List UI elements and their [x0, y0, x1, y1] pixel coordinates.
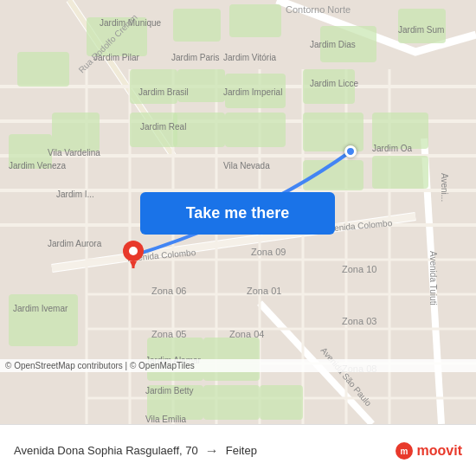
svg-rect-19: [17, 52, 69, 87]
svg-rect-35: [303, 113, 363, 151]
svg-text:Jardim Licce: Jardim Licce: [310, 79, 359, 88]
svg-rect-26: [177, 69, 225, 102]
copyright-text: © OpenStreetMap contributors | © OpenMap…: [5, 361, 195, 370]
svg-text:Jardim Sum: Jardim Sum: [398, 25, 444, 35]
svg-rect-43: [260, 385, 303, 420]
destination-text: Feitep: [226, 444, 257, 457]
svg-marker-81: [130, 261, 137, 268]
current-location-dot: [344, 145, 357, 158]
map-container: Zona 09 Zona 06 Zona 01 Zona 10 Zona 03 …: [0, 0, 476, 424]
svg-text:Zona 09: Zona 09: [251, 247, 286, 257]
svg-text:Zona 06: Zona 06: [151, 286, 186, 296]
svg-text:Jardim Paris: Jardim Paris: [171, 53, 220, 62]
svg-text:Zona 05: Zona 05: [151, 329, 186, 339]
destination-pin: [123, 241, 144, 272]
svg-rect-37: [372, 156, 428, 189]
svg-rect-22: [229, 4, 281, 37]
svg-text:Zona 04: Zona 04: [229, 329, 264, 339]
take-me-there-button[interactable]: Take me there: [140, 192, 335, 235]
svg-rect-31: [52, 113, 100, 151]
svg-text:Jardim Brasil: Jardim Brasil: [138, 87, 189, 97]
svg-rect-30: [225, 113, 286, 147]
svg-text:Jardim Dias: Jardim Dias: [310, 40, 356, 49]
svg-rect-25: [130, 69, 177, 104]
svg-text:Jardim Veneza: Jardim Veneza: [9, 161, 67, 170]
svg-text:Vila Emília: Vila Emília: [145, 415, 186, 424]
svg-rect-38: [9, 294, 78, 346]
svg-text:Zona 03: Zona 03: [342, 316, 376, 326]
svg-rect-42: [203, 385, 260, 420]
svg-text:Contorno Norte: Contorno Norte: [286, 4, 351, 15]
svg-text:Jardim Real: Jardim Real: [140, 122, 186, 132]
route-info: Avenida Dona Sophia Rasgulaeff, 70 → Fei…: [14, 443, 395, 459]
svg-text:Jardim Imperial: Jardim Imperial: [223, 87, 282, 97]
svg-text:Jardim Ivemar: Jardim Ivemar: [13, 304, 68, 313]
moovit-brand-text: moovit: [417, 443, 462, 459]
moovit-logo: m moovit: [395, 441, 462, 460]
svg-text:m: m: [400, 447, 408, 456]
origin-text: Avenida Dona Sophia Rasgulaeff, 70: [14, 444, 198, 457]
svg-text:Zona 01: Zona 01: [247, 286, 281, 296]
bottom-bar: Avenida Dona Sophia Rasgulaeff, 70 → Fei…: [0, 424, 476, 476]
svg-text:Jardim I...: Jardim I...: [56, 190, 94, 199]
svg-text:Jardim Vitória: Jardim Vitória: [223, 53, 276, 62]
svg-text:Aveni...: Aveni...: [440, 173, 449, 202]
svg-rect-21: [173, 9, 221, 42]
moovit-icon: m: [395, 441, 414, 460]
svg-text:Vila Vardelina: Vila Vardelina: [48, 148, 100, 158]
svg-point-80: [129, 247, 138, 255]
svg-text:Jardim Oa: Jardim Oa: [372, 144, 413, 153]
svg-text:Avenida Tuiuti: Avenida Tuiuti: [428, 251, 438, 306]
svg-text:Zona 10: Zona 10: [342, 264, 376, 274]
arrow-icon: →: [205, 443, 219, 459]
svg-text:Vila Nevada: Vila Nevada: [223, 161, 270, 170]
svg-text:Jardim Betty: Jardim Betty: [145, 386, 194, 396]
svg-text:Jardim Aurora: Jardim Aurora: [48, 239, 102, 248]
copyright-bar: © OpenStreetMap contributors | © OpenMap…: [0, 359, 476, 372]
